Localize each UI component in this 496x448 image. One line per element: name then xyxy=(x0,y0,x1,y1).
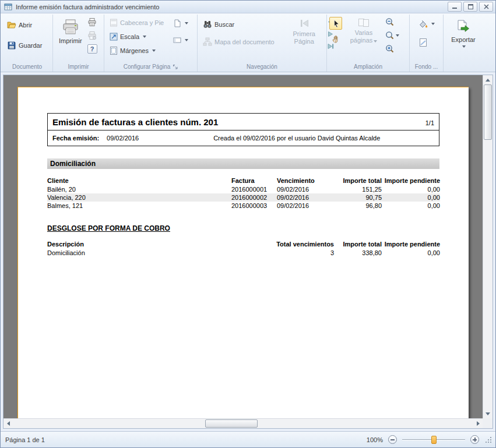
minimize-button[interactable] xyxy=(448,2,462,12)
zoom-dropdown-icon[interactable] xyxy=(385,31,399,40)
maximize-button[interactable] xyxy=(463,2,477,12)
escala-button[interactable]: Escala xyxy=(107,31,167,43)
buscar-button[interactable]: Buscar xyxy=(200,18,277,31)
creada-por-text: Creada el 09/02/2016 por el usuario Davi… xyxy=(213,135,380,142)
zoom-out-button[interactable] xyxy=(388,435,397,444)
report-page-number: 1/1 xyxy=(425,119,434,126)
pointer-tool-button[interactable] xyxy=(329,17,342,30)
cell-importe-total: 338,80 xyxy=(334,249,382,257)
scroll-right-icon[interactable] xyxy=(473,419,483,428)
chevron-down-icon xyxy=(152,50,156,52)
zoom-slider[interactable] xyxy=(402,435,465,445)
window-controls xyxy=(448,2,493,12)
desglose-title: DESGLOSE POR FORMA DE COBRO xyxy=(47,224,439,232)
abrir-label: Abrir xyxy=(19,22,32,29)
section-header-domiciliacion: Domiciliación xyxy=(47,158,439,169)
zoom-slider-thumb[interactable] xyxy=(431,436,437,444)
col-header-importe-pendiente: Importe pendiente xyxy=(382,240,440,249)
marca-agua-button[interactable] xyxy=(416,36,438,49)
group-label-exportar xyxy=(446,62,481,72)
hand-tool-button[interactable] xyxy=(329,33,342,45)
table-row: Domiciliación 3 338,80 0,00 xyxy=(47,249,440,257)
primera-pagina-button[interactable]: Primera Página xyxy=(284,16,324,50)
primera-pagina-label: Primera Página xyxy=(288,30,321,45)
document-viewport[interactable]: Emisión de facturas a clientes núm. 201 … xyxy=(3,75,483,418)
first-page-icon xyxy=(298,18,310,29)
save-icon xyxy=(7,41,16,50)
chevron-down-icon xyxy=(185,22,188,24)
abrir-button[interactable]: Abrir xyxy=(4,19,45,31)
imprimir-button[interactable]: Imprimir xyxy=(55,16,86,47)
guardar-button[interactable]: Guardar xyxy=(4,39,45,52)
col-header-factura: Factura xyxy=(231,177,277,185)
orientacion-button[interactable] xyxy=(170,34,191,46)
ribbon-group-configurar-pagina: Cabecera y Pie Escala Márgenes xyxy=(104,15,198,72)
exportar-label: Exportar xyxy=(451,36,476,44)
close-button[interactable] xyxy=(479,2,493,12)
chevron-down-icon xyxy=(396,34,399,37)
chevron-down-icon xyxy=(143,36,146,38)
page-indicator: Página 1 de 1 xyxy=(5,436,45,443)
zoom-out-icon[interactable] xyxy=(385,17,399,27)
fecha-emision-label: Fecha emisión: xyxy=(52,135,99,142)
vertical-scrollbar[interactable] xyxy=(483,75,493,418)
mapa-documento-button[interactable]: Mapa del documento xyxy=(200,36,277,48)
mapa-documento-label: Mapa del documento xyxy=(214,38,275,45)
table-row: Valencia, 220 2016000002 09/02/2016 90,7… xyxy=(47,193,440,202)
margenes-button[interactable]: Márgenes xyxy=(107,45,167,57)
zoom-level: 100% xyxy=(367,436,383,443)
zoom-in-icon[interactable] xyxy=(385,44,399,54)
chevron-down-icon xyxy=(185,39,188,41)
varias-paginas-button[interactable]: Varias páginas xyxy=(346,16,382,46)
cell-vencimiento: 09/02/2016 xyxy=(277,202,334,210)
horizontal-scrollbar-thumb[interactable] xyxy=(205,419,258,428)
zoom-in-button[interactable] xyxy=(470,435,479,444)
ribbon-group-fondo: Fondo ... xyxy=(410,15,444,72)
scroll-left-icon[interactable] xyxy=(3,419,13,428)
color-fondo-button[interactable] xyxy=(416,17,438,30)
printer-icon xyxy=(62,18,79,36)
cabecera-pie-button[interactable]: Cabecera y Pie xyxy=(107,17,167,29)
scrollbar-corner xyxy=(483,418,493,428)
guardar-label: Guardar xyxy=(19,42,42,49)
resize-grip[interactable] xyxy=(484,436,492,443)
cell-importe-total: 151,25 xyxy=(334,185,382,193)
scroll-up-icon[interactable] xyxy=(483,75,493,84)
fecha-emision-value: 09/02/2016 xyxy=(107,135,139,142)
report-header-box: Emisión de facturas a clientes núm. 201 … xyxy=(47,113,439,146)
chevron-down-icon xyxy=(462,45,466,48)
ribbon-group-ampliacion: Varias páginas Ampliación xyxy=(327,15,410,72)
col-header-total-vencimientos: Total vencimientos xyxy=(227,240,334,249)
title-bar[interactable]: Informe emisión factura administrador ve… xyxy=(1,1,495,13)
vertical-scrollbar-thumb[interactable] xyxy=(484,84,492,140)
horizontal-scrollbar[interactable] xyxy=(3,418,483,428)
exportar-button[interactable]: Exportar xyxy=(448,17,479,50)
print-preview-window: Informe emisión factura administrador ve… xyxy=(0,0,496,448)
fill-color-icon xyxy=(418,19,428,29)
print-options-icon[interactable] xyxy=(87,31,97,40)
cell-cliente: Valencia, 220 xyxy=(47,193,231,202)
scroll-down-icon[interactable] xyxy=(483,409,493,418)
hand-icon xyxy=(332,35,340,44)
cell-importe-total: 90,75 xyxy=(334,193,382,202)
margenes-icon xyxy=(110,47,118,55)
col-header-cliente: Cliente xyxy=(47,177,231,185)
window-icon xyxy=(4,3,12,11)
cell-descripcion: Domiciliación xyxy=(47,249,227,257)
cell-factura: 2016000001 xyxy=(231,185,277,193)
table-row: Bailén, 20 2016000001 09/02/2016 151,25 … xyxy=(47,185,440,193)
group-label-configurar-pagina: Configurar Página xyxy=(107,62,195,72)
cell-importe-pendiente: 0,00 xyxy=(382,193,440,202)
tamano-papel-button[interactable] xyxy=(170,17,191,29)
table-row: Balmes, 121 2016000003 09/02/2016 96,80 … xyxy=(47,202,440,210)
chevron-down-icon xyxy=(431,23,435,25)
escala-icon xyxy=(110,33,118,41)
report-page: Emisión de facturas a clientes núm. 201 … xyxy=(17,87,469,418)
dialog-launcher-icon[interactable] xyxy=(173,64,178,69)
binoculars-icon xyxy=(203,20,212,29)
group-label-navegacion: Navegación xyxy=(200,62,324,72)
ribbon-group-exportar: Exportar xyxy=(444,15,483,72)
help-icon[interactable]: ? xyxy=(87,44,97,54)
quick-print-icon[interactable] xyxy=(87,17,97,27)
col-header-importe-total: Importe total xyxy=(334,177,382,185)
